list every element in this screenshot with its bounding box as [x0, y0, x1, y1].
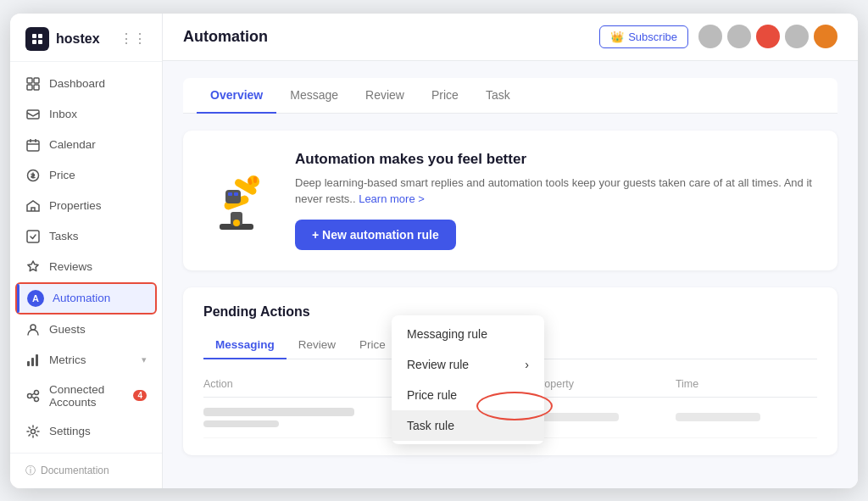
svg-point-30 — [233, 220, 240, 226]
sub-tab-price[interactable]: Price — [348, 331, 398, 359]
svg-rect-26 — [253, 176, 257, 183]
svg-rect-4 — [27, 78, 32, 83]
svg-point-18 — [35, 397, 39, 401]
svg-point-19 — [31, 429, 36, 433]
subscribe-icon: 👑 — [610, 31, 624, 43]
dropdown-item-messaging-rule[interactable]: Messaging rule — [392, 319, 544, 349]
settings-icon — [25, 424, 41, 439]
sidebar-item-inbox[interactable]: Inbox — [10, 99, 162, 130]
sidebar-item-settings[interactable]: Settings — [10, 416, 162, 447]
connected-accounts-icon — [25, 388, 41, 404]
col-time: Time — [676, 378, 817, 390]
inbox-label: Inbox — [49, 108, 77, 120]
avatar-group — [698, 25, 837, 48]
sidebar-footer: ⓘ Documentation — [10, 453, 162, 488]
sidebar-item-automation[interactable]: A Automation — [15, 282, 157, 315]
sidebar-logo: hostex ⋮⋮ — [10, 14, 162, 62]
svg-rect-28 — [228, 192, 232, 196]
topbar: Automation 👑 Subscribe — [163, 14, 858, 61]
main-tabs: Overview Message Review Price Task — [183, 78, 837, 114]
dashboard-icon — [25, 76, 41, 92]
sidebar-item-price[interactable]: Price — [10, 160, 162, 191]
hero-title: Automation makes you feel better — [295, 151, 814, 168]
sidebar-item-metrics[interactable]: Metrics ▾ — [10, 345, 162, 376]
tab-review[interactable]: Review — [352, 78, 418, 114]
sidebar-nav: Dashboard Inbox Calendar P — [10, 62, 162, 453]
dropdown-item-review-rule[interactable]: Review rule › — [392, 349, 544, 380]
dropdown-item-task-rule[interactable]: Task rule — [392, 410, 544, 441]
documentation-link[interactable]: ⓘ Documentation — [25, 464, 147, 478]
page-title: Automation — [183, 28, 589, 46]
settings-label: Settings — [49, 425, 91, 437]
svg-rect-3 — [38, 40, 42, 44]
svg-rect-0 — [32, 34, 36, 38]
tab-price[interactable]: Price — [418, 78, 472, 114]
row-property — [534, 413, 619, 421]
reviews-label: Reviews — [49, 260, 92, 273]
inbox-icon — [25, 107, 41, 122]
hero-description: Deep learning-based smart replies and au… — [295, 175, 814, 208]
doc-label: Documentation — [41, 465, 109, 476]
price-label: Price — [49, 169, 75, 181]
app-window: hostex ⋮⋮ Dashboard Inbox — [10, 14, 858, 488]
menu-icon[interactable]: ⋮⋮ — [120, 31, 147, 47]
hero-text: Automation makes you feel better Deep le… — [295, 151, 814, 250]
svg-point-17 — [35, 390, 39, 394]
tab-overview[interactable]: Overview — [197, 78, 276, 114]
sub-tab-messaging[interactable]: Messaging — [203, 331, 287, 359]
col-property: Property — [534, 378, 676, 390]
sidebar-item-connected-accounts[interactable]: Connected Accounts 4 — [10, 376, 162, 416]
avatar-1 — [698, 25, 722, 48]
svg-rect-27 — [225, 190, 241, 203]
sidebar-item-calendar[interactable]: Calendar — [10, 130, 162, 160]
sidebar-item-reviews[interactable]: Reviews — [10, 252, 162, 282]
tab-task[interactable]: Task — [472, 78, 524, 114]
metrics-icon — [25, 353, 41, 368]
subscribe-button[interactable]: 👑 Subscribe — [599, 25, 688, 48]
row-action — [203, 408, 354, 416]
svg-rect-11 — [27, 231, 39, 242]
svg-rect-7 — [34, 85, 39, 90]
metrics-chevron-icon: ▾ — [142, 354, 147, 365]
hero-card: Automation makes you feel better Deep le… — [183, 131, 837, 270]
connected-accounts-badge: 4 — [133, 390, 147, 401]
sidebar-item-properties[interactable]: Properties — [10, 191, 162, 221]
properties-icon — [25, 198, 41, 214]
sidebar-item-tasks[interactable]: Tasks — [10, 221, 162, 252]
sub-tab-review[interactable]: Review — [287, 331, 348, 359]
logo-text: hostex — [56, 31, 100, 47]
dashboard-label: Dashboard — [49, 77, 105, 90]
new-automation-rule-button[interactable]: + New automation rule — [295, 220, 456, 250]
metrics-label: Metrics — [49, 353, 86, 366]
row-action-sub — [203, 420, 279, 427]
guests-icon — [25, 322, 41, 337]
reviews-icon — [25, 259, 41, 275]
avatar-4 — [785, 25, 809, 48]
svg-rect-9 — [27, 141, 39, 151]
learn-more-link[interactable]: Learn more > — [359, 192, 425, 205]
svg-rect-15 — [36, 354, 38, 366]
review-rule-arrow-icon: › — [525, 358, 529, 371]
tab-message[interactable]: Message — [276, 78, 352, 114]
properties-label: Properties — [49, 199, 102, 212]
svg-rect-2 — [32, 40, 36, 44]
col-action: Action — [203, 378, 392, 390]
svg-rect-6 — [27, 85, 32, 90]
sidebar-item-guests[interactable]: Guests — [10, 315, 162, 345]
tasks-label: Tasks — [49, 230, 79, 242]
automation-label: Automation — [53, 292, 110, 304]
sidebar-item-dashboard[interactable]: Dashboard — [10, 69, 162, 99]
svg-rect-14 — [31, 358, 34, 366]
robot-illustration — [207, 166, 275, 234]
doc-icon: ⓘ — [25, 464, 36, 478]
dropdown-item-price-rule[interactable]: Price rule — [392, 380, 544, 410]
svg-rect-29 — [234, 192, 238, 196]
svg-point-16 — [28, 393, 32, 398]
calendar-icon — [25, 137, 41, 153]
row-time — [676, 413, 760, 421]
tasks-icon — [25, 229, 41, 244]
connected-accounts-label: Connected Accounts — [49, 383, 125, 409]
avatar-3 — [756, 25, 780, 48]
content-area: Overview Message Review Price Task — [163, 61, 858, 488]
sidebar: hostex ⋮⋮ Dashboard Inbox — [10, 14, 163, 488]
